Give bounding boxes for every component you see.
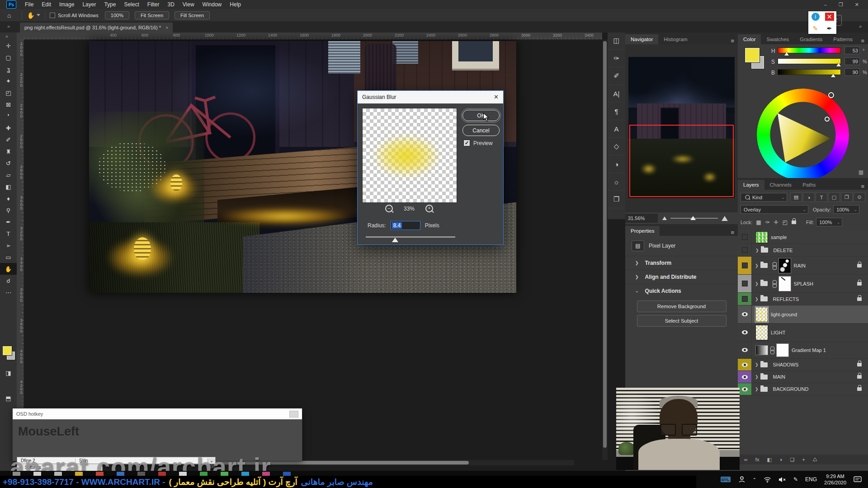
group-chevron-icon[interactable]: ❯ bbox=[755, 282, 759, 286]
people-icon[interactable] bbox=[738, 476, 745, 483]
visibility-eye-icon[interactable] bbox=[742, 363, 748, 367]
visibility-eye-icon[interactable] bbox=[742, 312, 748, 316]
clone-stamp-tool[interactable]: ♜ bbox=[0, 145, 17, 157]
group-chevron-icon[interactable]: ❯ bbox=[755, 297, 759, 301]
move-tool[interactable]: ✛ bbox=[0, 40, 17, 52]
close-annotation-icon[interactable]: ✕ bbox=[825, 13, 834, 21]
lock-position-icon[interactable]: ✛ bbox=[774, 219, 778, 225]
tab-channels[interactable]: Channels bbox=[764, 180, 797, 190]
layer-row-sample[interactable]: sample bbox=[738, 230, 868, 244]
hue-ring-marker[interactable] bbox=[828, 92, 834, 98]
menu-item[interactable]: Edit bbox=[38, 0, 55, 9]
layer-row-main-group[interactable]: ❯ MAIN bbox=[738, 371, 868, 383]
gradient-tool[interactable]: ◧ bbox=[0, 181, 17, 192]
paragraph-panel-icon[interactable]: ¶ bbox=[608, 103, 625, 120]
filter-shape-layers-icon[interactable]: ▢ bbox=[828, 192, 840, 202]
foreground-color-swatch[interactable] bbox=[3, 346, 12, 355]
zoom-in-icon[interactable]: + bbox=[425, 205, 433, 212]
group-chevron-icon[interactable]: ❯ bbox=[755, 248, 759, 253]
menu-item[interactable]: Select bbox=[120, 0, 143, 9]
vertical-scrollbar[interactable] bbox=[602, 40, 608, 460]
visibility-toggle[interactable] bbox=[742, 281, 748, 286]
menu-item[interactable]: Filter bbox=[143, 0, 164, 9]
dodge-tool[interactable]: ⚲ bbox=[0, 204, 17, 216]
menu-item[interactable]: Help bbox=[226, 0, 245, 9]
tab-color[interactable]: Color bbox=[738, 34, 761, 44]
panel-menu-icon[interactable]: ≡ bbox=[861, 38, 868, 44]
layer-mask-thumbnail[interactable] bbox=[776, 343, 789, 357]
home-icon[interactable]: ⌂ bbox=[7, 12, 11, 19]
blur-tool[interactable]: ♦ bbox=[0, 192, 17, 204]
menu-item[interactable]: Layer bbox=[78, 0, 100, 9]
layer-row-delete-group[interactable]: ❯ DELETE bbox=[738, 244, 868, 257]
hand-tool-icon[interactable]: ✋ bbox=[27, 12, 34, 19]
path-selection-tool[interactable]: ➢ bbox=[0, 239, 17, 251]
saturation-slider-marker[interactable] bbox=[836, 63, 841, 66]
layer-row-shadows-group[interactable]: ❯ SHADOWS bbox=[738, 359, 868, 371]
saturation-slider[interactable] bbox=[778, 58, 841, 64]
navigator-zoom-value[interactable]: 31.56% bbox=[625, 214, 658, 223]
dialog-close-icon[interactable]: ✕ bbox=[494, 94, 499, 100]
menu-item[interactable]: View bbox=[179, 0, 198, 9]
radius-slider-track[interactable] bbox=[366, 236, 455, 238]
crop-tool[interactable]: ◰ bbox=[0, 87, 17, 99]
triangle-marker[interactable] bbox=[825, 117, 830, 122]
panel-menu-icon[interactable]: ≡ bbox=[731, 38, 738, 44]
visibility-eye-icon[interactable] bbox=[742, 375, 748, 379]
type-tool[interactable]: T bbox=[0, 228, 17, 239]
scrollbar-thumb[interactable] bbox=[603, 41, 607, 448]
brightness-slider-marker[interactable] bbox=[831, 74, 835, 77]
history-brush-tool[interactable]: ↺ bbox=[0, 157, 17, 169]
menu-item[interactable]: Window bbox=[198, 0, 226, 9]
filter-type-layers-icon[interactable]: T bbox=[816, 192, 827, 202]
cancel-button[interactable]: Cancel bbox=[462, 125, 500, 136]
visibility-toggle[interactable] bbox=[742, 263, 748, 268]
marquee-tool[interactable]: ▢ bbox=[0, 52, 17, 63]
layer-mask-thumbnail[interactable] bbox=[778, 258, 791, 273]
section-quick-actions[interactable]: ⌄Quick Actions bbox=[625, 284, 738, 298]
saturation-value[interactable]: 99 bbox=[844, 57, 860, 65]
wifi-icon[interactable] bbox=[764, 477, 771, 483]
zoom-tool[interactable]: ☌ bbox=[0, 275, 17, 286]
tab-histogram[interactable]: Histogram bbox=[658, 34, 693, 44]
quick-mask-icon[interactable]: ◨ bbox=[0, 367, 17, 379]
lock-artboard-icon[interactable]: ◰ bbox=[783, 219, 788, 225]
hand-tool[interactable]: ✋ bbox=[0, 263, 17, 275]
clock[interactable]: 9:29 AM 2/26/2020 bbox=[824, 473, 846, 486]
layer-mask-thumbnail[interactable] bbox=[778, 276, 791, 291]
pen-icon[interactable]: ✎ bbox=[793, 476, 798, 483]
add-mask-icon[interactable]: ◧ bbox=[767, 457, 771, 463]
radius-slider-thumb[interactable] bbox=[392, 238, 398, 242]
zoom-100-button[interactable]: 100% bbox=[105, 11, 129, 19]
frame-tool[interactable]: ⊠ bbox=[0, 99, 17, 110]
fill-dropdown[interactable]: 100%⌄ bbox=[816, 218, 842, 226]
layer-row-reflects-group[interactable]: ❯ REFLECTS bbox=[738, 293, 868, 305]
adjustments-panel-icon[interactable]: ◑ bbox=[608, 155, 625, 173]
document-tab[interactable]: png night.effectsResult.psd @ 31.6% (lig… bbox=[20, 23, 173, 33]
blur-preview-box[interactable] bbox=[362, 108, 457, 203]
layer-row-splash-group[interactable]: ❯ SPLASH bbox=[738, 275, 868, 293]
visibility-eye-icon[interactable] bbox=[742, 330, 748, 334]
opacity-dropdown[interactable]: 100%⌄ bbox=[833, 205, 859, 214]
tab-properties[interactable]: Properties bbox=[625, 226, 660, 236]
hue-slider-marker[interactable] bbox=[784, 52, 789, 56]
panel-menu-icon[interactable]: ≡ bbox=[731, 229, 738, 236]
visibility-toggle[interactable] bbox=[742, 296, 748, 302]
new-group-icon[interactable]: ❏ bbox=[790, 457, 794, 463]
zoom-out-small-icon[interactable] bbox=[662, 216, 667, 220]
close-icon[interactable]: ✕ bbox=[855, 2, 859, 8]
radius-input[interactable]: 8.4 bbox=[391, 221, 420, 230]
pen-tool[interactable]: ✒ bbox=[0, 216, 17, 228]
osd-title-bar[interactable]: OSD hotkey bbox=[13, 408, 302, 419]
navigator-view-box[interactable] bbox=[629, 125, 734, 197]
glyphs-panel-icon[interactable]: A bbox=[608, 120, 625, 138]
info-icon[interactable]: i bbox=[811, 13, 820, 21]
scroll-all-windows-checkbox[interactable] bbox=[50, 13, 55, 18]
remove-background-button[interactable]: Remove Background bbox=[637, 300, 726, 312]
brightness-value[interactable]: 90 bbox=[844, 68, 860, 76]
lock-all-icon[interactable] bbox=[792, 221, 796, 224]
tab-patterns[interactable]: Patterns bbox=[828, 34, 858, 44]
layer-row-light-ground[interactable]: light-ground bbox=[738, 305, 868, 324]
section-transform[interactable]: ❯Transform bbox=[625, 256, 738, 270]
link-layers-icon[interactable]: ∞ bbox=[744, 457, 748, 462]
